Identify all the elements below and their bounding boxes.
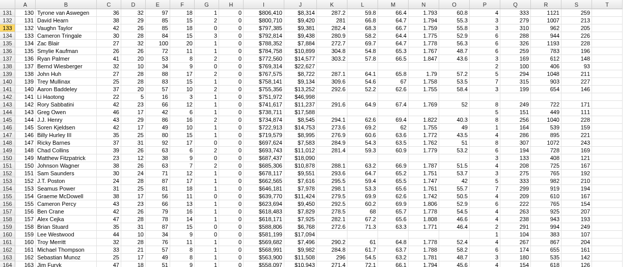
cell-Q158[interactable]: 238 [500, 216, 531, 223]
cell-S158[interactable]: 193 [561, 216, 592, 223]
cell-F164[interactable]: 9 [170, 261, 195, 267]
cell-H162[interactable]: 0 [219, 246, 244, 254]
cell-D156[interactable]: 23 [121, 200, 146, 208]
cell-J137[interactable]: $14,577 [284, 55, 317, 63]
cell-R132[interactable]: 1007 [531, 17, 561, 24]
cell-R136[interactable]: 783 [531, 47, 561, 55]
cell-R137[interactable]: 612 [531, 55, 561, 63]
row-header-151[interactable]: 151 [0, 162, 15, 170]
cell-B137[interactable]: Ryan Palmer [36, 55, 97, 63]
cell-S137[interactable]: 148 [561, 55, 592, 63]
cell-P164[interactable]: 4 [470, 261, 500, 267]
cell-N141[interactable]: 1.755 [409, 86, 439, 93]
cell-G147[interactable]: 1 [195, 131, 219, 139]
cell-B139[interactable]: John Huh [36, 70, 97, 78]
cell-P142[interactable] [470, 93, 500, 101]
cell-G157[interactable]: 1 [195, 208, 219, 216]
cell-D146[interactable]: 17 [121, 124, 146, 131]
cell-E158[interactable]: 78 [146, 216, 170, 223]
cell-I157[interactable]: $618,483 [244, 208, 284, 216]
col-header-T[interactable]: T [592, 0, 623, 9]
cell-Q164[interactable]: 154 [500, 261, 531, 267]
cell-B162[interactable]: Michael Thompson [36, 246, 97, 254]
cell-O149[interactable]: 53.2 [439, 147, 470, 154]
cell-J150[interactable]: $18,090 [284, 154, 317, 162]
cell-I144[interactable]: $738,711 [244, 109, 284, 116]
cell-M136[interactable]: 65.3 [378, 47, 409, 55]
cell-L148[interactable]: 54.3 [347, 139, 378, 147]
cell-N138[interactable] [409, 63, 439, 70]
cell-N133[interactable]: 1.759 [409, 24, 439, 32]
row-header-140[interactable]: 140 [0, 78, 15, 86]
cell-F153[interactable]: 17 [170, 177, 195, 185]
cell-K162[interactable]: 284.8 [317, 246, 347, 254]
cell-A142[interactable]: 141 [15, 93, 36, 101]
col-header-H[interactable]: H [219, 0, 244, 9]
cell-G154[interactable]: 1 [195, 185, 219, 193]
row-header-153[interactable]: 153 [0, 177, 15, 185]
cell-P153[interactable]: 5 [470, 177, 500, 185]
cell-Q145[interactable]: 256 [500, 116, 531, 124]
cell-H138[interactable]: 0 [219, 63, 244, 70]
cell-F140[interactable]: 15 [170, 78, 195, 86]
cell-C145[interactable]: 43 [97, 116, 121, 124]
cell-F149[interactable]: 6 [170, 147, 195, 154]
cell-N164[interactable]: 1.794 [409, 261, 439, 267]
cell-T158[interactable] [592, 216, 623, 223]
cell-O133[interactable]: 55.8 [439, 24, 470, 32]
cell-G153[interactable]: 1 [195, 177, 219, 185]
cell-M152[interactable]: 65.2 [378, 170, 409, 177]
cell-H142[interactable]: 0 [219, 93, 244, 101]
cell-S140[interactable]: 227 [561, 78, 592, 86]
cell-L150[interactable] [347, 154, 378, 162]
cell-O143[interactable]: 52 [439, 101, 470, 109]
cell-J162[interactable]: $9,982 [284, 246, 317, 254]
cell-M162[interactable]: 63.7 [378, 246, 409, 254]
cell-T137[interactable] [592, 55, 623, 63]
cell-M137[interactable]: 66.5 [378, 55, 409, 63]
cell-Q162[interactable]: 174 [500, 246, 531, 254]
cell-K157[interactable]: 278.5 [317, 208, 347, 216]
cell-H164[interactable]: 0 [219, 261, 244, 267]
cell-L138[interactable] [347, 63, 378, 70]
cell-D161[interactable]: 28 [121, 238, 146, 246]
cell-L149[interactable]: 59.3 [347, 147, 378, 154]
cell-D158[interactable]: 28 [121, 216, 146, 223]
cell-C137[interactable]: 41 [97, 55, 121, 63]
cell-F158[interactable]: 14 [170, 216, 195, 223]
cell-S149[interactable]: 169 [561, 147, 592, 154]
cell-O158[interactable]: 46.6 [439, 216, 470, 223]
cell-O157[interactable]: 54.5 [439, 208, 470, 216]
cell-N152[interactable]: 1.751 [409, 170, 439, 177]
cell-M144[interactable] [378, 109, 409, 116]
cell-J164[interactable]: $10,943 [284, 261, 317, 267]
cell-M158[interactable]: 65.6 [378, 216, 409, 223]
cell-D164[interactable]: 18 [121, 261, 146, 267]
col-header-M[interactable]: M [378, 0, 409, 9]
cell-G161[interactable]: 1 [195, 238, 219, 246]
cell-F152[interactable]: 12 [170, 170, 195, 177]
cell-H158[interactable]: 0 [219, 216, 244, 223]
cell-K132[interactable]: 281 [317, 17, 347, 24]
cell-N143[interactable]: 1.769 [409, 101, 439, 109]
cell-E153[interactable]: 87 [146, 177, 170, 185]
cell-H133[interactable]: 0 [219, 24, 244, 32]
cell-H146[interactable]: 0 [219, 124, 244, 131]
cell-R133[interactable]: 962 [531, 24, 561, 32]
cell-P145[interactable]: 8 [470, 116, 500, 124]
cell-B151[interactable]: Johnson Wagner [36, 162, 97, 170]
cell-T134[interactable] [592, 32, 623, 40]
cell-I162[interactable]: $568,991 [244, 246, 284, 254]
cell-O135[interactable]: 56.3 [439, 40, 470, 47]
cell-S162[interactable]: 161 [561, 246, 592, 254]
col-header-Q[interactable]: Q [500, 0, 531, 9]
cell-N134[interactable]: 1.775 [409, 32, 439, 40]
col-header-O[interactable]: O [439, 0, 470, 9]
cell-T136[interactable] [592, 47, 623, 55]
cell-O142[interactable] [439, 93, 470, 101]
cell-S139[interactable]: 211 [561, 70, 592, 78]
cell-P136[interactable]: 6 [470, 47, 500, 55]
cell-I131[interactable]: $806,410 [244, 9, 284, 17]
cell-K133[interactable]: 282.4 [317, 24, 347, 32]
cell-Q153[interactable]: 333 [500, 177, 531, 185]
